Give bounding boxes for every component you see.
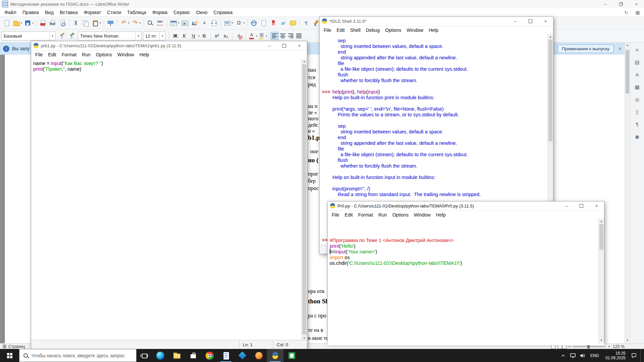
menu-item-options[interactable]: Options <box>93 52 115 57</box>
taskbar-app-chrome[interactable] <box>201 349 218 362</box>
taskbar-app-edge[interactable] <box>152 349 168 362</box>
update-available-icon[interactable]: ↻ <box>622 8 631 16</box>
chevron-down-icon[interactable]: ▾ <box>159 32 165 40</box>
menu-item-help[interactable]: Help <box>426 27 441 33</box>
menu-item-вид[interactable]: Вид <box>42 8 57 17</box>
scroll-down-icon[interactable]: ▼ <box>599 338 604 343</box>
menu-item-window[interactable]: Window <box>411 212 433 218</box>
close-button[interactable]: × <box>538 17 553 26</box>
menu-item-file[interactable]: File <box>321 27 334 33</box>
chevron-down-icon[interactable]: ▾ <box>100 21 101 24</box>
close-button[interactable]: × <box>292 41 307 50</box>
export-pdf-button[interactable] <box>38 19 48 27</box>
scrollbar-thumb[interactable] <box>548 40 552 141</box>
menu-item-options[interactable]: Options <box>382 27 404 33</box>
menu-item-сервис[interactable]: Сервис <box>170 8 193 17</box>
page-deck-icon[interactable]: ▯ <box>633 108 642 116</box>
menu-item-help[interactable]: Help <box>137 52 152 57</box>
scrollbar-thumb[interactable] <box>626 50 629 94</box>
chevron-down-icon[interactable]: ▾ <box>128 21 129 24</box>
action-center-icon[interactable] <box>631 349 637 362</box>
maximize-button[interactable] <box>277 41 292 50</box>
chevron-down-icon[interactable]: ▾ <box>243 21 245 24</box>
bold-button[interactable]: Ж <box>171 32 180 40</box>
hidden-icons-chevron-icon[interactable] <box>560 349 567 362</box>
minimize-button[interactable]: – <box>559 201 574 210</box>
menu-item-edit[interactable]: Edit <box>46 52 59 57</box>
toolbar-options-icon[interactable]: ▦ <box>633 8 642 16</box>
release-notes-button[interactable]: Примечания к выпуску <box>557 45 614 53</box>
menu-item-format[interactable]: Format <box>59 52 79 57</box>
copy-button[interactable] <box>81 19 90 27</box>
taskbar-app-orange-app[interactable] <box>251 349 267 362</box>
insert-field-button[interactable]: ▾ <box>223 19 234 27</box>
strikethrough-button[interactable]: S <box>200 32 209 40</box>
font-name-combobox[interactable]: Times New Roman ▾ <box>78 32 142 41</box>
print-button[interactable] <box>48 19 57 27</box>
menu-item-options[interactable]: Options <box>390 212 411 218</box>
scroll-up-icon[interactable]: ▲ <box>599 219 604 224</box>
shell-titlebar[interactable]: *IDLE Shell 3.11.5* – × <box>320 17 553 26</box>
scroll-up-icon[interactable]: ▲ <box>625 43 630 48</box>
insert-textbox-button[interactable]: A <box>200 19 209 27</box>
menu-item-debug[interactable]: Debug <box>363 27 382 33</box>
superscript-button[interactable]: x² <box>212 32 221 40</box>
minimize-button[interactable]: – <box>598 0 613 8</box>
align-justify-button[interactable] <box>295 32 303 40</box>
chevron-down-icon[interactable]: ▾ <box>49 32 55 40</box>
insert-table-button[interactable]: ▾ <box>169 19 180 27</box>
maximize-button[interactable] <box>523 17 538 26</box>
menu-item-edit[interactable]: Edit <box>334 27 347 33</box>
align-center-button[interactable] <box>279 32 287 40</box>
infobar-close-icon[interactable]: × <box>619 46 621 51</box>
underline-button[interactable]: Ч▾ <box>189 32 200 40</box>
menu-item-edit[interactable]: Edit <box>342 212 356 218</box>
highlight-color-button[interactable]: ▾ <box>257 32 267 40</box>
insert-comment-button[interactable] <box>288 19 298 27</box>
formatting-marks-button[interactable]: ¶ <box>302 19 311 27</box>
scroll-down-icon[interactable]: ▼ <box>625 338 630 343</box>
scrollbar-thumb[interactable] <box>599 224 603 250</box>
menu-item-вставка[interactable]: Вставка <box>57 8 81 17</box>
prb1-code-editor[interactable]: name = input("Как Вас зовут? ")print("Пр… <box>31 59 307 343</box>
menu-item-file[interactable]: File <box>33 52 46 57</box>
redo-button[interactable]: ↷▾ <box>130 19 142 27</box>
insert-chart-button[interactable] <box>190 19 199 27</box>
chevron-down-icon[interactable]: ▾ <box>32 21 34 24</box>
scroll-up-icon[interactable]: ▲ <box>548 34 553 40</box>
close-button[interactable]: × <box>629 0 644 8</box>
font-size-combobox[interactable]: 12 пт ▾ <box>143 32 166 41</box>
clock[interactable]: 15:25 01.09.2025 <box>603 351 628 360</box>
menu-item-файл[interactable]: Файл <box>1 8 19 17</box>
scrollbar-thumb[interactable] <box>302 64 306 335</box>
close-button[interactable]: × <box>589 201 604 210</box>
menu-item-правка[interactable]: Правка <box>19 8 42 17</box>
pr0-scrollbar[interactable]: ▲ ▼ <box>598 219 604 343</box>
pr0-titlebar[interactable]: Pr0.py - C:/Users/u111-01/Desktop/python… <box>328 201 604 211</box>
spelling-button[interactable]: ABC <box>155 19 165 27</box>
taskbar-app-store[interactable] <box>185 349 201 362</box>
chevron-down-icon[interactable]: ▾ <box>232 21 233 24</box>
menu-item-file[interactable]: File <box>329 212 342 218</box>
pr0-code-editor[interactable]: #Программа по Теме 1 <Антонов Дмитрий Ан… <box>328 219 604 345</box>
find-replace-button[interactable] <box>146 19 155 27</box>
accessibility-check-icon[interactable]: ◉ <box>633 133 642 141</box>
page-break-button[interactable] <box>209 19 219 27</box>
menu-item-формат[interactable]: Формат <box>81 8 104 17</box>
prb1-scrollbar[interactable]: ▲ ▼ <box>301 59 307 341</box>
menu-item-help[interactable]: Help <box>433 212 448 218</box>
undo-button[interactable]: ↶▾ <box>119 19 130 27</box>
menu-item-справка[interactable]: Справка <box>210 8 235 17</box>
cut-button[interactable] <box>71 19 80 27</box>
network-icon[interactable] <box>570 349 576 362</box>
menu-item-shell[interactable]: Shell <box>347 27 363 33</box>
insert-bookmark-button[interactable] <box>269 19 278 27</box>
menu-item-run[interactable]: Run <box>79 52 93 57</box>
prb1-titlebar[interactable]: prb1.py - C:\Users\u111-01\Desktop\pytho… <box>31 41 307 51</box>
menu-item-run[interactable]: Run <box>376 212 390 218</box>
maximize-restore-button[interactable] <box>613 0 629 8</box>
insert-footnote-button[interactable]: A¹ <box>259 19 268 27</box>
maximize-button[interactable] <box>574 201 589 210</box>
insert-hyperlink-button[interactable] <box>249 19 259 27</box>
keyboard-language-indicator[interactable]: ENG <box>589 353 600 358</box>
